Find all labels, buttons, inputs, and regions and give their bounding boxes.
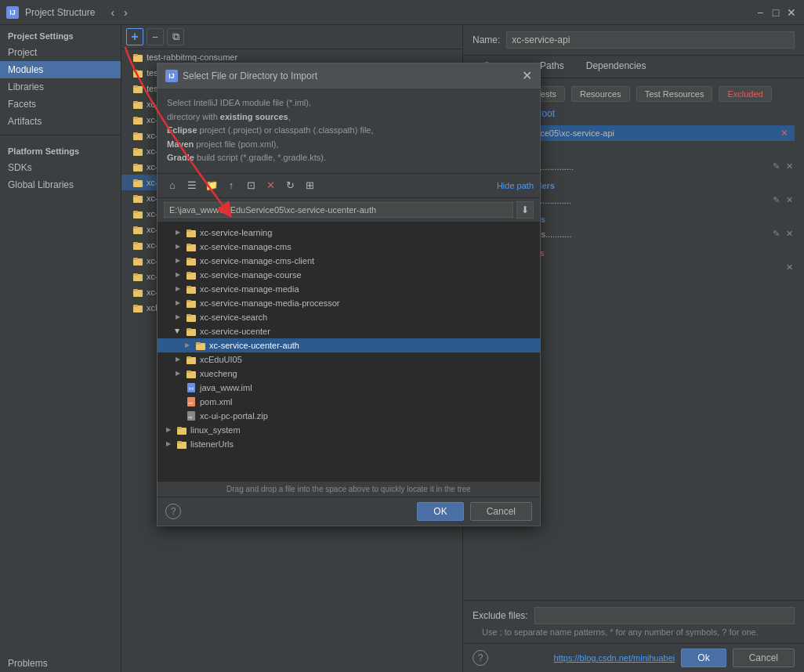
tree-item-label: xcEduUI05 [200,355,242,364]
close-button[interactable]: ✕ [785,6,798,19]
tree-item-ucenter[interactable]: ▶ xc-service-ucenter [158,324,540,338]
tree-item-linux[interactable]: ▶ linux_system [158,423,540,437]
tree-item-xcedui05[interactable]: ▶ xcEduUI05 [158,352,540,367]
name-input[interactable] [506,31,795,49]
ok-button[interactable]: Ok [681,649,726,667]
cancel-button[interactable]: Cancel [733,649,795,667]
svg-rect-25 [133,242,138,244]
folder-icon [186,312,197,323]
edit-resource-folder-btn[interactable]: ✎ [771,229,781,239]
dialog-link-btn[interactable]: ⊞ [301,177,318,194]
svg-rect-65 [177,441,182,443]
dialog-title-bar: IJ Select File or Directory to Import ✕ [158,63,540,89]
dialog-home-btn[interactable]: ⌂ [164,177,181,194]
minimize-button[interactable]: − [754,6,766,19]
edit-source-folder-btn[interactable]: ✎ [771,161,781,172]
tab-dependencies[interactable]: Dependencies [575,56,657,78]
tree-item-xuecheng[interactable]: ▶ xuecheng [158,367,540,381]
window-title: Project Structure [25,7,95,18]
sidebar-item-global-libraries[interactable]: Global Libraries [0,176,121,193]
mark-test-resources-btn[interactable]: Test Resources [636,86,713,102]
tree-item-ucenter-auth[interactable]: ▶ xc-service-ucenter-auth [158,338,540,352]
sidebar-item-sdks[interactable]: SDKs [0,159,121,176]
dialog-tree[interactable]: ▶ xc-service-learning ▶ xc-service-manag… [158,222,540,481]
exclude-files-input[interactable] [534,607,795,624]
svg-rect-5 [133,85,138,88]
sidebar-item-modules[interactable]: Modules [0,61,121,78]
remove-content-root-button[interactable]: ✕ [780,128,788,139]
tree-item-label: xc-service-ucenter-auth [209,341,299,350]
nav-forward-button[interactable]: › [121,5,131,20]
tree-item-manage-cms-client[interactable]: ▶ xc-service-manage-cms-client [158,254,540,268]
mark-resources-btn[interactable]: Resources [571,86,630,102]
dialog-browse-btn[interactable]: ⊡ [242,177,259,194]
sidebar-item-artifacts[interactable]: Artifacts [0,113,121,130]
sidebar-item-facets[interactable]: Facets [0,96,121,113]
project-settings-label: Project Settings [0,25,121,44]
svg-rect-7 [133,101,138,103]
sidebar-item-project[interactable]: Project [0,44,121,61]
dialog-logo: IJ [165,70,178,82]
svg-rect-29 [133,273,138,276]
edit-test-source-folder-btn[interactable]: ✎ [771,195,781,205]
remove-resource-folder-btn[interactable]: ✕ [784,229,795,239]
tree-arrow: ▶ [164,439,173,449]
mark-excluded-btn[interactable]: Excluded [719,86,771,102]
sidebar-item-problems[interactable]: Problems [0,655,121,672]
tree-item-label: xc-service-manage-course [200,270,302,280]
copy-module-button[interactable]: ⧉ [167,28,184,45]
nav-arrows: ‹ › [107,5,130,20]
tree-item-listenerurls[interactable]: ▶ listenerUrls [158,437,540,451]
dialog-cancel-button[interactable]: Cancel [470,502,532,521]
tree-item-label: listenerUrls [190,439,234,449]
folder-icon [195,340,206,351]
nav-back-button[interactable]: ‹ [107,5,118,20]
tree-arrow: ▶ [173,270,183,280]
help-button[interactable]: ? [473,650,488,666]
remove-module-button[interactable]: − [147,28,164,45]
remove-excluded-folder-btn[interactable]: ✕ [784,262,795,273]
add-module-button[interactable]: + [126,28,143,45]
title-bar: IJ Project Structure ‹ › − □ ✕ [0,0,804,25]
dialog-delete-btn[interactable]: ✕ [262,177,279,194]
module-toolbar: + − ⧉ [121,25,462,49]
tree-item-zip[interactable]: ▶ zip xc-ui-pc-portal.zip [158,409,540,423]
remove-test-source-folder-btn[interactable]: ✕ [784,195,795,205]
dialog-up-btn[interactable]: ↑ [223,177,240,194]
svg-rect-33 [133,305,138,307]
dialog-tree-hint: Drag and drop a file into the space abov… [158,481,540,497]
tree-item-search[interactable]: ▶ xc-service-search [158,310,540,324]
hide-path-button[interactable]: Hide path [497,181,534,190]
tree-item-manage-media-processor[interactable]: ▶ xc-service-manage-media-processor [158,296,540,310]
bottom-link[interactable]: https://blog.csdn.net/minihuabei [554,653,675,663]
dialog-list-btn[interactable]: ☰ [183,177,201,194]
tree-arrow-expanded: ▶ [173,327,183,336]
svg-rect-23 [133,226,138,229]
sidebar-item-libraries[interactable]: Libraries [0,78,121,96]
tree-item-manage-course[interactable]: ▶ xc-service-manage-course [158,268,540,282]
remove-source-folder-btn[interactable]: ✕ [784,161,795,172]
dialog-close-button[interactable]: ✕ [522,68,532,83]
svg-rect-1 [133,54,138,56]
dialog-newfolder-btn[interactable]: 📁 [203,177,220,194]
dialog-path-input[interactable] [164,202,513,218]
tree-item-pom[interactable]: ▶ xml pom.xml [158,395,540,409]
dialog-help-button[interactable]: ? [165,504,181,519]
folder-icon [176,425,187,435]
svg-rect-53 [187,356,191,359]
app-logo: IJ [6,6,19,19]
svg-rect-3 [133,70,138,72]
name-label: Name: [473,34,500,45]
tree-item-manage-media[interactable]: ▶ xc-service-manage-media [158,282,540,296]
tree-item-learning[interactable]: ▶ xc-service-learning [158,226,540,240]
dialog-path-browse-btn[interactable]: ⬇ [516,201,534,219]
dialog-refresh-btn[interactable]: ↻ [281,177,299,194]
svg-rect-63 [177,427,182,429]
dialog-ok-button[interactable]: OK [417,502,463,521]
tree-item-iml[interactable]: ▶ iml java_www.iml [158,381,540,395]
tree-item-label: xc-service-manage-cms [200,242,292,251]
tree-item-label: xc-service-learning [200,228,272,237]
folder-icon [176,439,187,450]
tree-item-manage-cms[interactable]: ▶ xc-service-manage-cms [158,240,540,254]
maximize-button[interactable]: □ [770,6,782,19]
